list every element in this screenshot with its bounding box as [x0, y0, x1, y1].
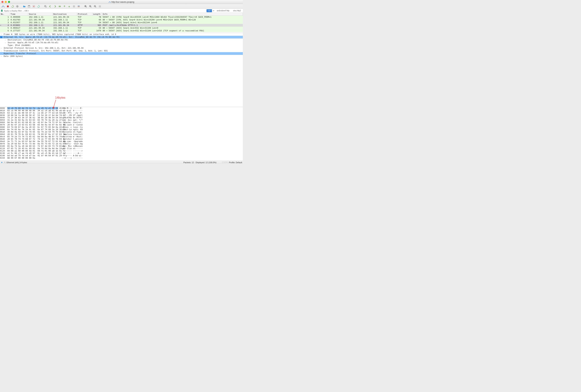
hex-line[interactable]: 00c0 65 74 2d 73 74 72 65 61 6d 0d 0a 48…: [0, 136, 243, 138]
auto-scroll-button[interactable]: [72, 4, 76, 8]
packet-row[interactable]: 10.000000192.168.1.11221.181.99.34TCP785…: [0, 16, 243, 18]
traffic-lights: [2, 1, 10, 3]
expand-icon[interactable]: ›: [4, 42, 6, 44]
hex-line[interactable]: 0040 73 2f 30 63 34 37 36 62 38 65 20 48…: [0, 117, 243, 119]
detail-row[interactable]: ›Data (699 bytes): [0, 55, 243, 58]
status-profile[interactable]: Profile: Default: [229, 161, 242, 164]
detail-row[interactable]: ›Frame 4: 985 bytes on wire (7880 bits),…: [0, 33, 243, 36]
packet-row[interactable]: →40.033801192.168.1.11221.181.99.34HTTP9…: [0, 24, 243, 27]
packet-row[interactable]: 30.032957192.168.1.11221.181.99.34TCP545…: [0, 21, 243, 24]
filter-shortcut[interactable]: androidxref http: [215, 10, 231, 12]
packet-row[interactable]: 20.032783221.181.99.34192.168.1.11TCP668…: [0, 18, 243, 21]
detail-row[interactable]: Type: IPv4 (0x0800): [0, 44, 243, 47]
hex-line[interactable]: 00b0 20 61 70 70 6c 69 63 61 74 69 6f 6e…: [0, 133, 243, 136]
hex-line[interactable]: 0070 20 6e 6f 2d 63 61 63 68 65 0d 0a 43…: [0, 124, 243, 126]
go-first-button[interactable]: [62, 4, 66, 8]
hex-line[interactable]: 0130 a1 5c 66 c7 ae fd d9 9f 8c a3 c5 9b…: [0, 152, 243, 155]
display-filter-input[interactable]: [4, 9, 206, 12]
svg-line-19: [95, 6, 96, 7]
status-packet-count: Packets: 12 · Displayed: 12 (100.0%): [184, 161, 216, 164]
hex-line[interactable]: 0120 04 00 a1 00 00 00 9d 01 04 f1 01 00…: [0, 150, 243, 152]
hex-line[interactable]: 0140 bd bd ad 79 fd e4 e7 ba 41 bf 44 64…: [0, 155, 243, 157]
add-filter-button[interactable]: +: [212, 9, 215, 12]
stop-capture-button[interactable]: [6, 4, 10, 8]
packet-row[interactable]: 50.066627221.181.99.34192.168.1.11TCP548…: [0, 27, 243, 29]
expand-icon[interactable]: ›: [0, 47, 2, 49]
close-file-button[interactable]: [32, 4, 36, 8]
svg-line-12: [86, 6, 86, 7]
bookmark-icon[interactable]: [0, 9, 3, 12]
hex-line[interactable]: 0050 31 2e 31 0d 0a 41 63 63 65 70 74 3a…: [0, 119, 243, 121]
svg-rect-10: [78, 7, 80, 7]
zoom-reset-button[interactable]: 1: [93, 4, 97, 8]
col-no[interactable]: No.: [0, 13, 10, 15]
save-file-button[interactable]: [27, 4, 31, 8]
find-packet-button[interactable]: [44, 4, 48, 8]
hex-line[interactable]: 0150 88 00 6f 00 00 00 00 6a ··o····j ··…: [0, 157, 243, 159]
close-window-icon[interactable]: [2, 1, 4, 3]
apply-filter-button[interactable]: ▾: [206, 9, 212, 12]
capture-options-button[interactable]: [15, 4, 19, 8]
svg-rect-9: [78, 6, 80, 6]
go-back-button[interactable]: [48, 4, 52, 8]
detail-row[interactable]: ›Source: Apple_d9:fd:e5 (14:7d:da:d9:fd:…: [0, 41, 243, 44]
go-to-packet-button[interactable]: [58, 4, 62, 8]
detail-row[interactable]: ›Transmission Control Protocol, Src Port…: [0, 49, 243, 52]
colorize-button[interactable]: [77, 4, 81, 8]
minimize-window-icon[interactable]: [5, 1, 7, 3]
hex-line[interactable]: 0000 58 c8 76 80 4d f0 14 7d da d9 fd e5…: [0, 107, 243, 109]
capture-options-icon[interactable]: [4, 161, 6, 164]
go-forward-button[interactable]: [53, 4, 57, 8]
status-bar: Ethernet (eth),14 bytes Packets: 12 · Di…: [0, 161, 243, 164]
hex-line[interactable]: 0020 63 22 dc bb 00 50 37 3c ce b6 2f 77…: [0, 112, 243, 114]
resize-columns-button[interactable]: [98, 4, 102, 8]
zoom-in-button[interactable]: [84, 4, 88, 8]
packet-list-header[interactable]: No. Time Source Destination Protocol Len…: [0, 13, 243, 16]
filter-shortcut[interactable]: sina http2: [231, 10, 243, 12]
annotation-arrow: [52, 99, 57, 109]
packet-row[interactable]: 60.177157221.181.99.34192.168.1.11TCP147…: [0, 29, 243, 32]
packet-details-pane[interactable]: ›Frame 4: 985 bytes on wire (7880 bits),…: [0, 33, 243, 107]
go-last-button[interactable]: [67, 4, 71, 8]
expand-icon[interactable]: ›: [0, 53, 2, 54]
hex-line[interactable]: 0080 63 74 69 6f 6e 3a 20 63 6c 6f 73 65…: [0, 126, 243, 128]
detail-row[interactable]: ˅Ethernet II, Src: Apple_d9:fd:e5 (14:7d…: [0, 36, 243, 38]
hex-line[interactable]: 0090 6e 74 65 6e 74 2d 4c 65 6e 67 74 68…: [0, 128, 243, 131]
hex-line[interactable]: 00e0 2e 71 71 2e 63 6f 6d 0d 0a 55 70 67…: [0, 140, 243, 143]
col-length[interactable]: Length: [92, 13, 102, 15]
expand-icon[interactable]: ˅: [0, 36, 2, 38]
expand-icon[interactable]: ›: [4, 39, 6, 41]
zoom-out-button[interactable]: [88, 4, 92, 8]
packet-bytes-pane[interactable]: 0000 58 c8 76 80 4d f0 14 7d da d9 fd e5…: [0, 107, 243, 161]
hex-line[interactable]: 0010 03 cb 00 00 40 00 40 06 34 a2 c0 a8…: [0, 109, 243, 112]
hex-line[interactable]: 0110 67 65 72 20 43 6c 69 65 6e 74 0d 0a…: [0, 147, 243, 150]
expand-icon[interactable]: ›: [0, 50, 2, 52]
svg-line-7: [46, 6, 46, 7]
detail-row[interactable]: ›Destination: ChinaMob_80:4d:f0 (58:c8:7…: [0, 38, 243, 41]
packet-list[interactable]: 10.000000192.168.1.11221.181.99.34TCP785…: [0, 16, 243, 33]
hex-line[interactable]: 00a0 39 0d 0a 43 6f 6e 74 65 6e 74 2d 54…: [0, 131, 243, 133]
detail-row[interactable]: ›Hypertext Transfer Protocol: [0, 52, 243, 55]
expand-icon[interactable]: ›: [0, 55, 2, 57]
start-capture-button[interactable]: [1, 4, 5, 8]
hex-line[interactable]: 0030 10 00 54 fa 00 00 50 4f 53 54 20 2f…: [0, 114, 243, 117]
restart-capture-button[interactable]: [10, 4, 14, 8]
hex-line[interactable]: 0060 0d 0a 43 61 63 68 65 2d 43 6f 6e 74…: [0, 121, 243, 124]
hex-line[interactable]: 00d0 20 65 78 74 73 68 6f 72 74 2e 77 65…: [0, 138, 243, 140]
col-protocol[interactable]: Protocol: [77, 13, 92, 15]
hex-line[interactable]: 00f0 3a 20 6d 6d 74 6c 73 0d 0a 55 73 65…: [0, 143, 243, 145]
detail-row[interactable]: ›Internet Protocol Version 4, Src: 192.1…: [0, 47, 243, 49]
hex-line[interactable]: 0100 65 6e 74 3a 20 4d 69 63 72 6f 4d 65…: [0, 145, 243, 147]
col-time[interactable]: Time: [10, 13, 28, 15]
main-toolbar: 1: [0, 4, 243, 9]
col-source[interactable]: Source: [28, 13, 52, 15]
watermark: CSDN: [222, 161, 228, 163]
open-file-button[interactable]: [22, 4, 26, 8]
col-destination[interactable]: Destination: [52, 13, 77, 15]
svg-line-16: [90, 6, 91, 7]
expand-icon[interactable]: ›: [0, 33, 2, 35]
col-info[interactable]: Info: [102, 13, 243, 15]
maximize-window-icon[interactable]: [8, 1, 10, 3]
window-title: http-four-waves.pcapng: [0, 1, 243, 3]
reload-button[interactable]: [36, 4, 40, 8]
